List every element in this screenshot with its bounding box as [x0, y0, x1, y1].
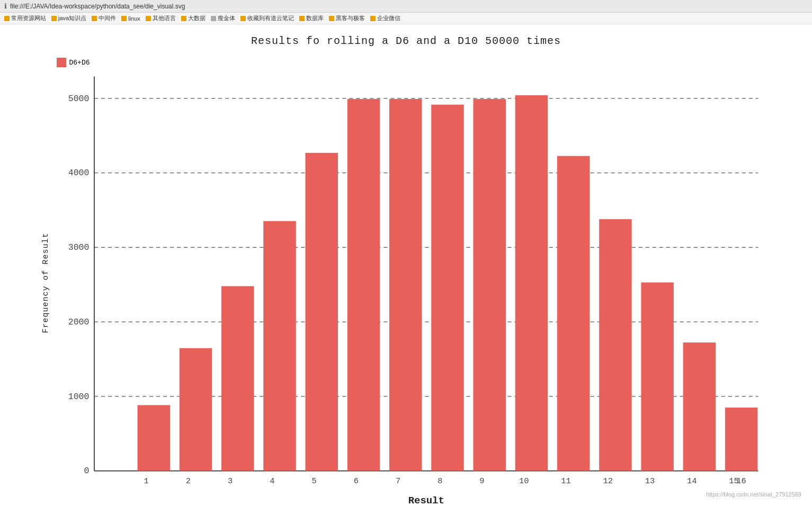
bookmark-item[interactable]: 中间件: [92, 14, 116, 22]
svg-text:3000: 3000: [68, 242, 89, 252]
svg-text:16: 16: [736, 476, 746, 486]
svg-text:0: 0: [84, 466, 89, 476]
svg-text:13: 13: [645, 476, 654, 486]
bookmark-label: java知识点: [58, 14, 86, 22]
svg-rect-19: [389, 99, 421, 471]
bookmark-label: linux: [128, 15, 140, 22]
bookmark-label: 企业微信: [377, 14, 400, 22]
svg-rect-13: [137, 405, 169, 471]
svg-text:12: 12: [603, 476, 612, 486]
bookmark-folder-icon: [181, 16, 186, 21]
chart-inner: D6+D6 5000 4000: [57, 58, 777, 508]
svg-text:1000: 1000: [68, 392, 89, 402]
svg-rect-24: [599, 219, 631, 471]
bookmark-label: 中间件: [99, 14, 116, 22]
bookmark-item[interactable]: 瘦金体: [211, 14, 235, 22]
bookmark-label: 其他语言: [153, 14, 176, 22]
browser-address-bar: ℹ file:///E:/JAVA/Idea-workspace/python/…: [0, 0, 812, 13]
svg-text:6: 6: [353, 476, 358, 486]
svg-rect-14: [179, 348, 211, 471]
bookmark-label: 数据库: [306, 14, 324, 22]
bookmark-label: 瘦金体: [218, 14, 235, 22]
bookmark-item[interactable]: 常用资源网站: [4, 14, 46, 22]
bookmark-folder-icon: [146, 16, 151, 21]
svg-text:7: 7: [395, 476, 400, 486]
svg-text:2: 2: [185, 476, 190, 486]
bookmark-label: 大数据: [188, 14, 206, 22]
bookmark-folder-icon: [329, 16, 334, 21]
bookmark-label: 常用资源网站: [11, 14, 46, 22]
svg-text:Result: Result: [408, 495, 444, 507]
svg-rect-25: [641, 283, 673, 471]
info-icon: ℹ: [4, 2, 7, 10]
chart-title: Results fo rolling a D6 and a D10 50000 …: [35, 35, 777, 47]
y-axis-label-container: Frequency of Result: [35, 58, 57, 508]
bookmark-item[interactable]: 其他语言: [146, 14, 176, 22]
svg-text:3: 3: [227, 476, 232, 486]
svg-rect-22: [515, 95, 547, 471]
bookmark-label: 黑客与极客: [336, 14, 365, 22]
svg-rect-20: [431, 105, 463, 471]
svg-text:10: 10: [519, 476, 529, 486]
chart-wrapper: Results fo rolling a D6 and a D10 50000 …: [35, 35, 777, 508]
bookmark-folder-icon: [299, 16, 305, 21]
legend-color-box: [57, 58, 66, 67]
svg-text:8: 8: [438, 476, 442, 486]
svg-rect-17: [305, 153, 337, 471]
bookmarks-bar: 常用资源网站java知识点中间件linux其他语言大数据瘦金体收藏到有道云笔记数…: [0, 13, 812, 24]
y-axis-label: Frequency of Result: [41, 233, 50, 333]
bookmark-folder-icon: [121, 16, 127, 21]
legend-label: D6+D6: [69, 59, 90, 67]
legend: D6+D6: [57, 58, 90, 67]
svg-text:5: 5: [311, 476, 316, 486]
bookmark-item[interactable]: 收藏到有道云笔记: [240, 14, 294, 22]
bookmark-item[interactable]: 黑客与极客: [329, 14, 365, 22]
svg-rect-27: [725, 408, 757, 471]
main-content: Results fo rolling a D6 and a D10 50000 …: [0, 24, 812, 515]
bookmark-item[interactable]: 企业微信: [370, 14, 400, 22]
svg-text:2000: 2000: [68, 317, 89, 327]
watermark: https://blog.csdn.net/sinat_27912569: [706, 491, 801, 498]
bookmark-label: 收藏到有道云笔记: [247, 14, 294, 22]
svg-text:4: 4: [270, 476, 274, 486]
browser-url: file:///E:/JAVA/Idea-workspace/python/da…: [10, 3, 185, 10]
svg-rect-18: [347, 99, 379, 471]
svg-text:9: 9: [479, 476, 484, 486]
bookmark-folder-icon: [4, 16, 10, 21]
bookmark-item[interactable]: linux: [121, 15, 140, 22]
bookmark-folder-icon: [370, 16, 376, 21]
bookmark-folder-icon: [240, 16, 246, 21]
svg-text:1: 1: [144, 476, 148, 486]
svg-rect-21: [473, 99, 505, 471]
svg-rect-26: [683, 342, 715, 471]
bookmark-item[interactable]: 数据库: [299, 14, 324, 22]
bar-chart-svg: 5000 4000 3000 2000 1000 0: [57, 58, 777, 508]
bookmark-folder-icon: [211, 16, 216, 21]
bookmark-item[interactable]: 大数据: [181, 14, 206, 22]
bookmark-folder-icon: [51, 16, 57, 21]
svg-rect-16: [263, 221, 296, 471]
svg-text:5000: 5000: [68, 94, 89, 104]
svg-rect-15: [221, 286, 254, 471]
svg-text:14: 14: [686, 476, 696, 486]
svg-text:11: 11: [561, 476, 570, 486]
svg-text:4000: 4000: [68, 168, 89, 178]
chart-area: Frequency of Result D6+D6: [35, 58, 777, 508]
svg-rect-23: [557, 156, 589, 471]
bookmark-item[interactable]: java知识点: [51, 14, 86, 22]
bookmark-folder-icon: [92, 16, 97, 21]
